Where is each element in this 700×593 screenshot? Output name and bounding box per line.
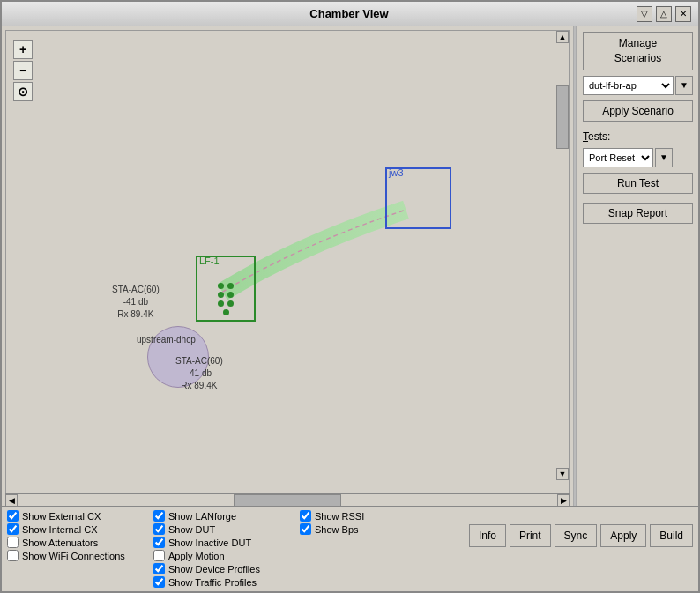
scroll-left-button[interactable]: ◀ [5, 494, 18, 507]
info-button[interactable]: Info [469, 524, 506, 547]
show-external-cx-item[interactable]: Show External CX [7, 510, 148, 522]
horizontal-scroll-track[interactable] [18, 494, 557, 507]
show-rssi-item[interactable]: Show RSSI [300, 510, 441, 522]
show-internal-cx-checkbox[interactable] [7, 523, 19, 535]
show-inactive-dut-label: Show Inactive DUT [168, 537, 251, 548]
minimize-button[interactable]: ▽ [637, 6, 652, 22]
vertical-scroll-thumb[interactable] [556, 85, 569, 149]
show-dut-checkbox[interactable] [153, 523, 165, 535]
show-attenuators-checkbox[interactable] [7, 537, 19, 548]
window-controls: ▽ △ ✕ [637, 6, 691, 22]
close-button[interactable]: ✕ [675, 6, 691, 22]
title-bar: Chamber View ▽ △ ✕ [2, 2, 698, 26]
show-device-profiles-checkbox[interactable] [153, 563, 165, 574]
bottom-controls: Show External CX Show Internal CX Show A… [2, 506, 698, 591]
apply-motion-checkbox[interactable] [153, 550, 165, 561]
scroll-up-button[interactable]: ▲ [556, 31, 569, 43]
apply-motion-item[interactable]: Apply Motion [153, 550, 294, 561]
sta-ac-label-1: STA-AC(60) -41 db Rx 89.4K [112, 284, 160, 321]
checkbox-col-1: Show External CX Show Internal CX Show A… [7, 510, 148, 561]
node-jw3[interactable]: jw3 [385, 167, 451, 229]
main-area: Scenario Configuration + − ⊙ [2, 26, 698, 506]
show-bps-label: Show Bps [315, 524, 359, 535]
show-device-profiles-item[interactable]: Show Device Profiles [153, 563, 294, 574]
port-dot [218, 300, 224, 307]
port-dot [227, 300, 234, 307]
apply-button[interactable]: Apply [600, 524, 646, 547]
maximize-button[interactable]: △ [656, 6, 672, 22]
port-dot [218, 292, 224, 298]
show-bps-item[interactable]: Show Bps [300, 523, 441, 535]
show-wifi-connections-checkbox[interactable] [7, 550, 19, 561]
show-dut-item[interactable]: Show DUT [153, 523, 294, 535]
canvas-viewport[interactable]: + − ⊙ [6, 31, 569, 493]
sync-button[interactable]: Sync [555, 524, 598, 547]
horizontal-scroll-thumb[interactable] [234, 494, 341, 507]
show-bps-checkbox[interactable] [300, 523, 311, 535]
bottom-action-buttons: Info Print Sync Apply Build [469, 510, 693, 547]
node-lf1-ports [197, 268, 254, 330]
show-inactive-dut-item[interactable]: Show Inactive DUT [153, 537, 294, 548]
run-test-button[interactable]: Run Test [583, 173, 693, 194]
port-dot [218, 283, 224, 289]
show-traffic-profiles-checkbox[interactable] [153, 576, 165, 588]
scenario-dropdown[interactable]: dut-lf-br-ap [583, 76, 674, 95]
tests-dropdown-button[interactable]: ▼ [655, 148, 673, 167]
show-attenuators-item[interactable]: Show Attenuators [7, 537, 148, 548]
show-lanforge-label: Show LANforge [168, 511, 236, 522]
scenario-config-panel: Scenario Configuration + − ⊙ [5, 30, 570, 493]
show-inactive-dut-checkbox[interactable] [153, 537, 165, 548]
zoom-out-button[interactable]: − [13, 61, 33, 80]
horizontal-scrollbar: ◀ ▶ [5, 493, 570, 506]
tests-dropdown-row: Port Reset ▼ [583, 148, 693, 167]
node-jw3-label: jw3 [389, 167, 404, 178]
vertical-scrollbar: ▲ ▼ [556, 31, 569, 480]
zoom-controls: + − ⊙ [13, 40, 33, 101]
scroll-down-button[interactable]: ▼ [556, 468, 569, 480]
right-panel: Manage Scenarios dut-lf-br-ap ▼ Apply Sc… [577, 26, 698, 506]
port-dot [227, 283, 234, 289]
show-attenuators-label: Show Attenuators [22, 537, 98, 548]
scenario-dropdown-row: dut-lf-br-ap ▼ [583, 76, 693, 95]
canvas-area: Scenario Configuration + − ⊙ [2, 26, 573, 506]
checkbox-col-2: Show LANforge Show DUT Show Inactive DUT… [153, 510, 294, 588]
show-rssi-checkbox[interactable] [300, 510, 311, 522]
vertical-scroll-track[interactable] [556, 43, 569, 468]
show-wifi-connections-item[interactable]: Show WiFi Connections [7, 550, 148, 561]
node-lf1[interactable]: LF-1 [196, 256, 256, 322]
checkbox-col-3: Show RSSI Show Bps [300, 510, 441, 535]
tests-label: Tests: [583, 130, 693, 143]
build-button[interactable]: Build [650, 524, 693, 547]
show-device-profiles-label: Show Device Profiles [168, 564, 260, 574]
show-external-cx-checkbox[interactable] [7, 510, 19, 522]
manage-scenarios-button[interactable]: Manage Scenarios [583, 32, 693, 70]
upstream-label: upstream-dhcp [137, 335, 196, 345]
show-lanforge-checkbox[interactable] [153, 510, 165, 522]
show-lanforge-item[interactable]: Show LANforge [153, 510, 294, 522]
show-wifi-connections-label: Show WiFi Connections [22, 551, 125, 561]
zoom-in-button[interactable]: + [13, 40, 33, 59]
print-button[interactable]: Print [510, 524, 551, 547]
apply-scenario-button[interactable]: Apply Scenario [583, 100, 693, 122]
show-traffic-profiles-item[interactable]: Show Traffic Profiles [153, 576, 294, 588]
show-internal-cx-label: Show Internal CX [22, 524, 98, 535]
zoom-reset-button[interactable]: ⊙ [13, 82, 33, 101]
show-dut-label: Show DUT [168, 524, 215, 535]
window-title: Chamber View [62, 7, 637, 20]
port-dot [223, 309, 229, 315]
show-rssi-label: Show RSSI [315, 511, 364, 522]
show-traffic-profiles-label: Show Traffic Profiles [168, 577, 257, 588]
bottom-row-1: Show External CX Show Internal CX Show A… [7, 510, 693, 588]
scroll-right-button[interactable]: ▶ [557, 494, 570, 507]
main-window: Chamber View ▽ △ ✕ Scenario Configuratio… [0, 0, 700, 593]
show-external-cx-label: Show External CX [22, 511, 101, 522]
beam-svg [6, 31, 569, 493]
scenario-dropdown-button[interactable]: ▼ [675, 76, 693, 95]
node-lf1-label: LF-1 [199, 256, 220, 266]
snap-report-button[interactable]: Snap Report [583, 203, 693, 224]
apply-motion-label: Apply Motion [168, 551, 225, 561]
sta-ac-label-2: STA-AC(60) -41 db Rx 89.4K [175, 355, 223, 392]
tests-dropdown[interactable]: Port Reset [583, 148, 653, 167]
show-internal-cx-item[interactable]: Show Internal CX [7, 523, 148, 535]
port-dot [227, 292, 234, 298]
